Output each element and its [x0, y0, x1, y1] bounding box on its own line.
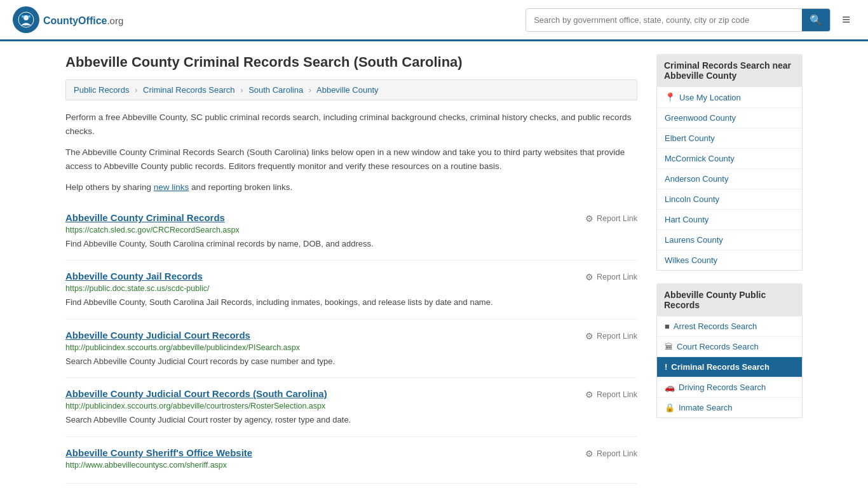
public-records-item-2[interactable]: ! Criminal Records Search [657, 357, 802, 377]
result-item-2: Abbeville County Judicial Court Records … [65, 320, 637, 379]
nearby-county-link-5[interactable]: Hart County [665, 215, 709, 224]
public-records-item-0[interactable]: ■ Arrest Records Search [657, 316, 802, 337]
svg-point-2 [22, 15, 24, 18]
result-title-3[interactable]: Abbeville County Judicial Court Records … [65, 388, 327, 399]
result-desc-3: Search Abbeville County Judicial Court r… [65, 414, 637, 426]
result-url-2: http://publicindex.sccourts.org/abbevill… [65, 343, 637, 352]
nearby-county-link-0[interactable]: Greenwood County [665, 113, 736, 123]
logo-icon [13, 6, 39, 33]
public-records-list: ■ Arrest Records Search 🏛 Court Records … [656, 316, 803, 418]
report-link-0[interactable]: ⚙ Report Link [585, 214, 637, 224]
header: CountyOffice.org 🔍 ≡ [0, 0, 868, 41]
result-desc-1: Find Abbeville County, South Carolina Ja… [65, 296, 637, 309]
page-title: Abbeville County Criminal Records Search… [65, 54, 637, 71]
result-url-3: http://publicindex.sccourts.org/abbevill… [65, 402, 637, 410]
use-location-link[interactable]: Use My Location [679, 93, 741, 102]
results-list: Abbeville County Criminal Records ⚙ Repo… [65, 202, 637, 484]
description-2: The Abbeville County Criminal Records Se… [65, 146, 637, 173]
public-records-link-0[interactable]: Arrest Records Search [674, 322, 757, 331]
result-item-4: Abbeville County Sheriff's Office Websit… [65, 437, 637, 484]
logo-text: CountyOffice.org [43, 13, 123, 27]
nearby-county-1[interactable]: Elbert County [657, 128, 802, 149]
nearby-county-2[interactable]: McCormick County [657, 149, 802, 169]
arrest-icon: ■ [665, 322, 670, 331]
result-desc-0: Find Abbeville County, South Carolina cr… [65, 238, 637, 250]
result-item-1: Abbeville County Jail Records ⚙ Report L… [65, 261, 637, 320]
use-location-item[interactable]: 📍 Use My Location [657, 87, 802, 108]
result-title-0[interactable]: Abbeville County Criminal Records [65, 212, 225, 223]
public-records-link-4[interactable]: Inmate Search [679, 403, 733, 412]
result-url-1: https://public.doc.state.sc.us/scdc-publ… [65, 284, 637, 293]
main-container: Abbeville County Criminal Records Search… [53, 41, 815, 488]
public-records-heading: Abbeville County Public Records [656, 283, 803, 316]
public-records-item-4[interactable]: 🔒 Inmate Search [657, 398, 802, 417]
breadcrumb-criminal-records-search[interactable]: Criminal Records Search [143, 85, 235, 95]
breadcrumb-south-carolina[interactable]: South Carolina [248, 85, 303, 95]
logo-area: CountyOffice.org [13, 6, 123, 33]
report-icon-0: ⚙ [585, 214, 593, 224]
search-button[interactable]: 🔍 [802, 9, 830, 31]
search-bar: 🔍 [526, 8, 831, 32]
nearby-county-link-1[interactable]: Elbert County [665, 133, 715, 143]
inmate-icon: 🔒 [665, 403, 675, 412]
breadcrumb-abbeville-county[interactable]: Abbeville County [316, 85, 379, 95]
public-records-link-2[interactable]: Criminal Records Search [671, 362, 770, 372]
public-records-link-3[interactable]: Driving Records Search [679, 383, 766, 392]
nearby-county-4[interactable]: Lincoln County [657, 189, 802, 210]
report-link-2[interactable]: ⚙ Report Link [585, 331, 637, 341]
report-icon-4: ⚙ [585, 449, 593, 459]
nearby-county-3[interactable]: Anderson County [657, 169, 802, 189]
nearby-section: Criminal Records Search near Abbeville C… [656, 54, 803, 271]
location-icon: 📍 [665, 92, 675, 102]
result-item-0: Abbeville County Criminal Records ⚙ Repo… [65, 202, 637, 261]
svg-point-3 [28, 15, 31, 18]
content-area: Abbeville County Criminal Records Search… [65, 54, 637, 484]
nearby-list: 📍 Use My Location Greenwood County Elber… [656, 87, 803, 271]
sidebar: Criminal Records Search near Abbeville C… [656, 54, 803, 484]
svg-point-1 [24, 15, 29, 20]
report-icon-2: ⚙ [585, 331, 593, 341]
result-title-4[interactable]: Abbeville County Sheriff's Office Websit… [65, 447, 252, 458]
new-links-link[interactable]: new links [154, 182, 189, 192]
criminal-icon: ! [665, 362, 667, 372]
report-link-1[interactable]: ⚙ Report Link [585, 272, 637, 282]
nearby-heading: Criminal Records Search near Abbeville C… [656, 54, 803, 87]
court-icon: 🏛 [665, 342, 673, 351]
nearby-county-link-4[interactable]: Lincoln County [665, 194, 719, 204]
nearby-county-link-6[interactable]: Laurens County [665, 235, 723, 245]
public-records-item-1[interactable]: 🏛 Court Records Search [657, 337, 802, 357]
result-desc-2: Search Abbeville County Judicial Court r… [65, 355, 637, 368]
nearby-county-link-7[interactable]: Wilkes County [665, 255, 717, 265]
report-link-3[interactable]: ⚙ Report Link [585, 390, 637, 400]
result-title-1[interactable]: Abbeville County Jail Records [65, 271, 203, 281]
nearby-county-link-3[interactable]: Anderson County [665, 174, 728, 184]
nearby-county-5[interactable]: Hart County [657, 210, 802, 230]
description-1: Perform a free Abbeville County, SC publ… [65, 111, 637, 138]
menu-icon[interactable]: ≡ [837, 9, 855, 30]
public-records-section: Abbeville County Public Records ■ Arrest… [656, 283, 803, 418]
breadcrumb-public-records[interactable]: Public Records [74, 85, 129, 95]
nearby-county-link-2[interactable]: McCormick County [665, 154, 735, 163]
header-right: 🔍 ≡ [526, 8, 855, 32]
nearby-county-7[interactable]: Wilkes County [657, 250, 802, 270]
nearby-county-0[interactable]: Greenwood County [657, 108, 802, 128]
breadcrumb: Public Records › Criminal Records Search… [65, 79, 637, 100]
public-records-item-3[interactable]: 🚗 Driving Records Search [657, 377, 802, 398]
report-icon-3: ⚙ [585, 390, 593, 400]
driving-icon: 🚗 [665, 383, 675, 392]
nearby-county-6[interactable]: Laurens County [657, 230, 802, 250]
result-url-0: https://catch.sled.sc.gov/CRCRecordSearc… [65, 226, 637, 234]
report-link-4[interactable]: ⚙ Report Link [585, 449, 637, 459]
report-icon-1: ⚙ [585, 272, 593, 282]
public-records-link-1[interactable]: Court Records Search [677, 342, 759, 351]
result-title-2[interactable]: Abbeville County Judicial Court Records [65, 330, 250, 341]
result-item-3: Abbeville County Judicial Court Records … [65, 378, 637, 437]
search-input[interactable] [526, 10, 802, 30]
description-3: Help others by sharing new links and rep… [65, 180, 637, 194]
result-url-4: http://www.abbevillecountysc.com/sheriff… [65, 461, 637, 470]
